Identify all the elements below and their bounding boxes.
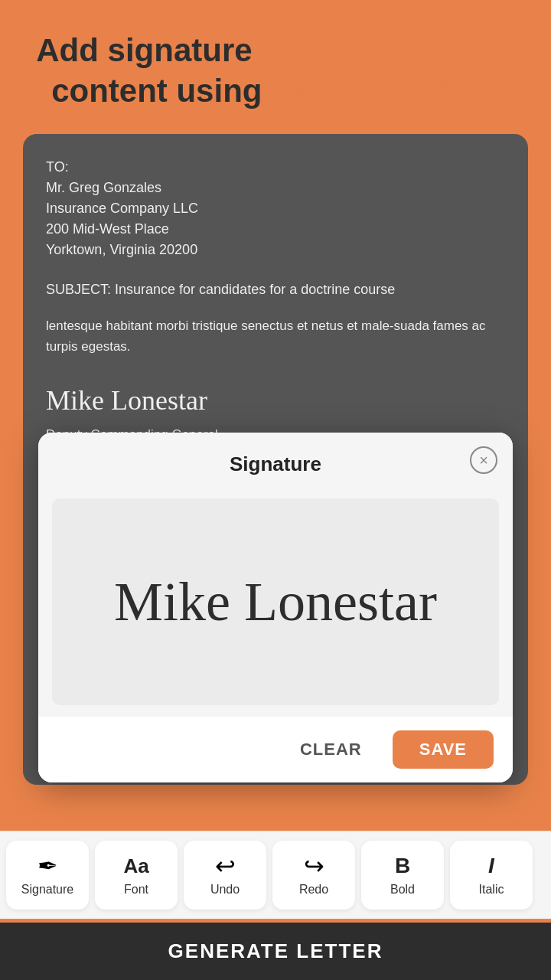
toolbar-label-bold: Bold	[390, 883, 415, 897]
generate-letter-button[interactable]: GENERATE LETTER	[0, 923, 551, 980]
clear-button[interactable]: CLEAR	[285, 732, 377, 767]
doc-recipient-name: Mr. Greg Gonzales	[46, 178, 505, 198]
signature-modal: Signature × Mike Lonestar CLEAR SAVE	[38, 433, 513, 782]
doc-to-label: TO:	[46, 157, 505, 178]
toolbar-item-signature[interactable]: ✒ Signature	[6, 841, 89, 910]
doc-company: Insurance Company LLC	[46, 198, 505, 219]
save-button[interactable]: SAVE	[393, 730, 494, 769]
signature-icon: ✒	[37, 854, 58, 878]
italic-icon: I	[488, 854, 494, 878]
bold-icon: B	[395, 854, 410, 878]
toolbar-item-italic[interactable]: I Italic	[450, 841, 533, 910]
modal-title: Signature	[230, 449, 321, 479]
toolbar-label-font: Font	[124, 883, 148, 897]
modal-footer: CLEAR SAVE	[38, 717, 513, 782]
toolbar-label-italic: Italic	[479, 883, 504, 897]
header-text-3: content using	[51, 73, 271, 109]
doc-address: TO: Mr. Greg Gonzales Insurance Company …	[46, 157, 505, 260]
modal-header: Signature ×	[38, 433, 513, 491]
toolbar-label-signature: Signature	[21, 883, 74, 897]
font-icon: Aa	[123, 854, 148, 878]
header-text-2: and format letter	[261, 32, 514, 68]
toolbar: ✒ Signature Aa Font ↩ Undo ↪ Redo B Bold…	[0, 831, 551, 919]
doc-city: Yorktown, Virginia 20200	[46, 240, 505, 260]
doc-subject: SUBJECT: Insurance for candidates for a …	[46, 279, 505, 300]
toolbar-item-undo[interactable]: ↩ Undo	[184, 841, 266, 910]
doc-signature-text: Mike Lonestar	[46, 380, 505, 421]
toolbar-item-font[interactable]: Aa Font	[95, 841, 178, 910]
doc-address-line: 200 Mid-West Place	[46, 219, 505, 240]
modal-signature-text: Mike Lonestar	[114, 560, 437, 643]
header-text-4: Richtext Editor	[271, 73, 500, 109]
doc-body: lentesque habitant morbi tristique senec…	[46, 315, 505, 357]
toolbar-label-redo: Redo	[299, 883, 328, 897]
undo-icon: ↩	[215, 854, 236, 878]
modal-overlay: Signature × Mike Lonestar CLEAR SAVE	[0, 433, 551, 782]
document-card: TO: Mr. Greg Gonzales Insurance Company …	[23, 134, 528, 785]
header-title: Add signature and format letter content …	[23, 31, 528, 111]
toolbar-item-bold[interactable]: B Bold	[361, 841, 444, 910]
header: Add signature and format letter content …	[0, 0, 551, 134]
toolbar-item-redo[interactable]: ↪ Redo	[272, 841, 355, 910]
signature-canvas[interactable]: Mike Lonestar	[52, 498, 499, 705]
toolbar-label-undo: Undo	[210, 883, 240, 897]
modal-close-button[interactable]: ×	[470, 446, 497, 474]
header-text-1: Add signature	[36, 32, 261, 68]
redo-icon: ↪	[304, 854, 324, 878]
